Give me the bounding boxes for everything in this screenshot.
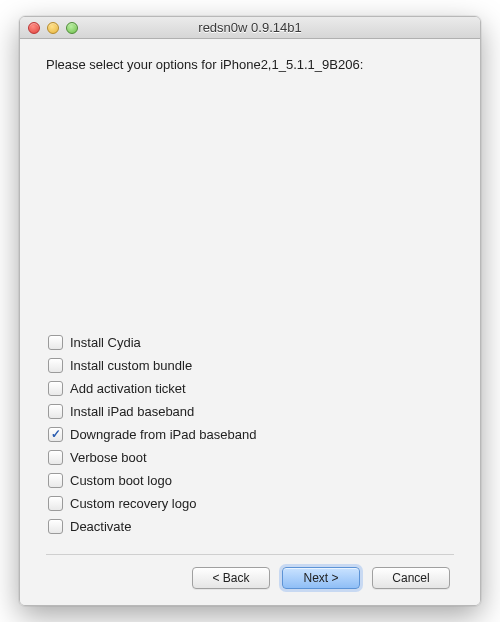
app-window: redsn0w 0.9.14b1 Please select your opti… (19, 16, 481, 606)
window-title: redsn0w 0.9.14b1 (20, 20, 480, 35)
prompt-text: Please select your options for iPhone2,1… (46, 57, 454, 72)
spacer (46, 74, 454, 335)
cancel-button[interactable]: Cancel (372, 567, 450, 589)
option-row[interactable]: Install iPad baseband (48, 404, 454, 419)
option-label: Install custom bundle (70, 358, 192, 373)
option-label: Verbose boot (70, 450, 147, 465)
checkbox-icon[interactable] (48, 427, 63, 442)
option-label: Install Cydia (70, 335, 141, 350)
option-row[interactable]: Custom recovery logo (48, 496, 454, 511)
zoom-icon[interactable] (66, 22, 78, 34)
close-icon[interactable] (28, 22, 40, 34)
checkbox-icon[interactable] (48, 519, 63, 534)
checkbox-icon[interactable] (48, 496, 63, 511)
option-row[interactable]: Custom boot logo (48, 473, 454, 488)
option-label: Custom boot logo (70, 473, 172, 488)
checkbox-icon[interactable] (48, 404, 63, 419)
checkbox-icon[interactable] (48, 473, 63, 488)
titlebar: redsn0w 0.9.14b1 (20, 17, 480, 39)
checkbox-icon[interactable] (48, 358, 63, 373)
option-row[interactable]: Verbose boot (48, 450, 454, 465)
option-row[interactable]: Downgrade from iPad baseband (48, 427, 454, 442)
content-pane: Please select your options for iPhone2,1… (20, 39, 480, 605)
button-row: < Back Next > Cancel (46, 567, 454, 589)
checkbox-icon[interactable] (48, 381, 63, 396)
minimize-icon[interactable] (47, 22, 59, 34)
back-button[interactable]: < Back (192, 567, 270, 589)
checkbox-icon[interactable] (48, 335, 63, 350)
option-row[interactable]: Deactivate (48, 519, 454, 534)
option-label: Add activation ticket (70, 381, 186, 396)
option-row[interactable]: Add activation ticket (48, 381, 454, 396)
checkbox-icon[interactable] (48, 450, 63, 465)
option-label: Install iPad baseband (70, 404, 194, 419)
next-button[interactable]: Next > (282, 567, 360, 589)
option-label: Deactivate (70, 519, 131, 534)
option-label: Custom recovery logo (70, 496, 196, 511)
option-row[interactable]: Install custom bundle (48, 358, 454, 373)
divider (46, 554, 454, 555)
traffic-lights (28, 22, 78, 34)
option-label: Downgrade from iPad baseband (70, 427, 256, 442)
option-row[interactable]: Install Cydia (48, 335, 454, 350)
options-list: Install CydiaInstall custom bundleAdd ac… (46, 335, 454, 534)
